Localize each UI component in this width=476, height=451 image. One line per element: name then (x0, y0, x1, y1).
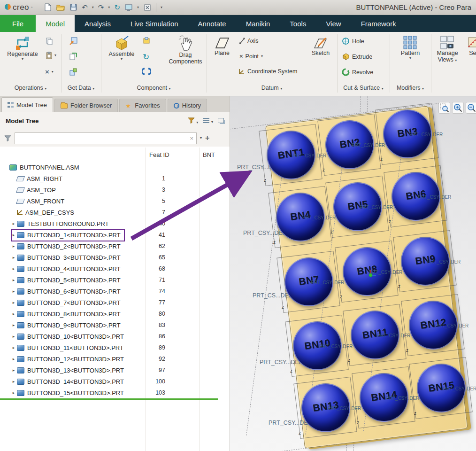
pattern-button[interactable]: Pattern ▾ (395, 36, 425, 60)
pattern-caret[interactable]: ▾ (409, 56, 411, 60)
tab-history[interactable]: History (168, 99, 207, 112)
paste-button[interactable]: ▾ (46, 52, 56, 59)
tree-row[interactable]: ▸BUTTON3D_9<BUTTON3D>.PRT83 (0, 319, 230, 331)
column-header-bnt[interactable]: BNT (203, 151, 215, 158)
tab-folder-browser[interactable]: Folder Browser (54, 99, 118, 112)
new-file-button[interactable] (44, 3, 52, 12)
panel-button[interactable]: BN5PRT_CSY..DERz (333, 182, 382, 231)
assemble-caret[interactable]: ▾ (121, 57, 123, 61)
expand-caret[interactable]: ▸ (10, 390, 17, 395)
ribbon-tab-file[interactable]: File (0, 15, 36, 32)
drag-components-button[interactable]: Drag Components (165, 35, 206, 65)
import-button[interactable] (69, 37, 77, 45)
component-group[interactable]: Component ▾ (101, 85, 207, 91)
search-options-caret[interactable]: ▾ (200, 136, 202, 140)
tab-model-tree[interactable]: Model Tree (1, 97, 53, 112)
expand-caret[interactable]: ▸ (10, 255, 17, 260)
tree-row[interactable]: ▸BUTTON3D_8<BUTTON3D>.PRT80 (0, 308, 230, 319)
redo-dropdown-caret[interactable]: ▾ (108, 6, 110, 9)
tree-row[interactable]: ASM_DEF_CSYS7 (0, 207, 230, 218)
expand-caret[interactable]: ▸ (10, 368, 17, 373)
tree-row[interactable]: ▸BUTTON3D_10<BUTTON3D>.PRT86 (0, 331, 230, 342)
ribbon-tab-analysis[interactable]: Analysis (75, 15, 121, 32)
repeat-button[interactable]: ↻ (143, 52, 149, 62)
zoom-region-button[interactable] (438, 102, 450, 114)
include-button[interactable] (143, 37, 150, 44)
sketch-button[interactable]: Sketch (306, 36, 335, 56)
assemble-button[interactable]: Assemble ▾ (104, 36, 139, 61)
ribbon-tab-live-simulation[interactable]: Live Simulation (121, 15, 188, 32)
tree-row[interactable]: ASM_RIGHT1 (0, 173, 230, 184)
undo-dropdown-caret[interactable]: ▾ (92, 6, 94, 9)
ribbon-tab-annotate[interactable]: Annotate (188, 15, 236, 32)
zoom-in-button[interactable] (452, 102, 464, 114)
expand-caret[interactable]: ▸ (10, 221, 17, 226)
tree-row[interactable]: ▸BUTTON3D_2<BUTTON3D>.PRT62 (0, 241, 230, 252)
expand-caret[interactable]: ▸ (10, 244, 17, 249)
save-button[interactable] (69, 3, 77, 12)
panel-button[interactable]: BN7PRT_CSY..DERz (284, 257, 333, 306)
flexible-button[interactable] (142, 68, 151, 75)
tree-row[interactable]: ▸BUTTON3D_11<BUTTON3D>.PRT89 (0, 342, 230, 353)
panel-button[interactable]: BNT1PRT_CSY..DERz (267, 131, 315, 179)
tree-filters-button[interactable]: ▾ (188, 117, 199, 125)
ribbon-tab-manikin[interactable]: Manikin (236, 15, 280, 32)
tree-row[interactable]: BUTTONPANEL.ASM (0, 162, 230, 173)
expand-caret[interactable]: ▸ (10, 379, 17, 384)
tree-row[interactable]: ▸BUTTON3D_12<BUTTON3D>.PRT92 (0, 353, 230, 365)
tree-row[interactable]: ▸BUTTON3D_15<BUTTON3D>.PRT103 (0, 387, 230, 398)
panel-button[interactable]: BN3PRT_CSY..DERz (383, 109, 432, 158)
panel-button[interactable]: BN8PRT_CSY..DERz (343, 247, 392, 296)
expand-caret[interactable]: ▸ (10, 300, 17, 305)
tree-display-options-button[interactable]: ▾ (203, 117, 213, 124)
ribbon-tab-framework[interactable]: Framework (351, 15, 406, 32)
tree-row[interactable]: ▸BUTTON3D_5<BUTTON3D>.PRT71 (0, 274, 230, 286)
cut-surface-group[interactable]: Cut & Surface ▾ (337, 85, 390, 91)
modifiers-group[interactable]: Modifiers ▾ (390, 85, 431, 91)
expand-caret[interactable]: ▸ (10, 345, 17, 350)
clear-search-icon[interactable]: × (190, 135, 193, 142)
window-settings-button[interactable] (124, 3, 133, 12)
delete-caret[interactable]: ▾ (52, 70, 54, 74)
undo-button[interactable]: ↶ (82, 3, 88, 12)
panel-button[interactable]: BN4PRT_CSY..DERz (276, 193, 325, 241)
panel-button[interactable]: BN15PRT_CSY..DERz (417, 364, 466, 412)
coordinate-system-button[interactable]: Coordinate System (238, 68, 297, 75)
axis-button[interactable]: Axis (239, 38, 259, 44)
get-data-group[interactable]: Get Data ▾ (61, 85, 101, 91)
panel-button[interactable]: BN13PRT_CSY..DERz (301, 383, 350, 432)
tree-row[interactable]: ASM_FRONT5 (0, 195, 230, 207)
ribbon-tab-view[interactable]: View (316, 15, 351, 32)
tree-row[interactable]: ▸BUTTON3D_3<BUTTON3D>.PRT65 (0, 252, 230, 263)
copy-geometry-button[interactable] (69, 53, 77, 60)
close-window-button[interactable] (143, 3, 152, 12)
expand-caret[interactable]: ▸ (10, 323, 17, 327)
point-button[interactable]: × Point ▾ (239, 53, 263, 60)
revolve-button[interactable]: Revolve (342, 68, 373, 76)
datum-group[interactable]: Datum ▾ (207, 85, 337, 91)
expand-caret[interactable]: ▸ (10, 357, 17, 361)
tree-row[interactable]: ▸BUTTON3D_6<BUTTON3D>.PRT74 (0, 286, 230, 297)
panel-button[interactable]: BN10PRT_CSY..DERz (293, 321, 342, 370)
panel-button[interactable]: BN12PRT_CSY..DERz (409, 301, 458, 350)
zoom-out-button[interactable] (466, 102, 476, 114)
tree-show-button[interactable] (218, 117, 224, 124)
tree-search-input[interactable] (18, 135, 188, 142)
panel-button[interactable]: BN2PRT_CSY..DERz (325, 120, 374, 169)
graphics-viewport[interactable]: BNT1PRT_CSY..DERzBN2PRT_CSY..DERzBN3PRT_… (230, 96, 476, 451)
manage-views-caret[interactable]: ▾ (455, 58, 457, 62)
hole-button[interactable]: Hole (342, 37, 364, 45)
section-button[interactable]: Sec (465, 36, 476, 56)
tree-row[interactable]: ▸BUTTON3D_1<BUTTON3D>.PRT41 (0, 229, 230, 241)
panel-button[interactable]: BN9PRT_CSY..DERz (401, 237, 450, 286)
expand-caret[interactable]: ▸ (10, 278, 17, 282)
expand-caret[interactable]: ▸ (10, 266, 17, 271)
manage-views-button[interactable]: Manage Views ▾ (433, 36, 462, 63)
expand-caret[interactable]: ▸ (10, 334, 17, 339)
copy-button[interactable] (46, 38, 53, 45)
window-dropdown-caret[interactable]: ▾ (137, 6, 139, 9)
tree-row[interactable]: ▸BUTTON3D_7<BUTTON3D>.PRT77 (0, 297, 230, 308)
add-filter-button[interactable]: + (205, 134, 209, 142)
tree-row[interactable]: ▸BUTTON3D_14<BUTTON3D>.PRT100 (0, 376, 230, 387)
regenerate-caret[interactable]: ▾ (22, 57, 23, 61)
